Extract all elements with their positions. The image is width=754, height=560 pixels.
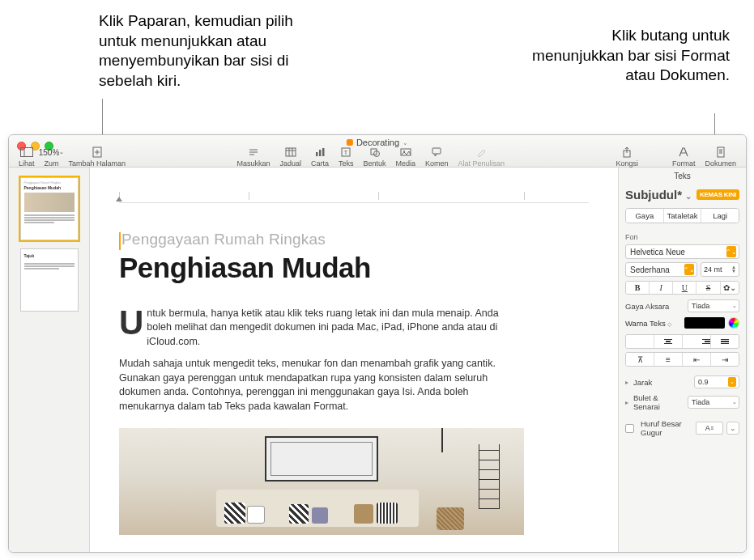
- select-arrow-icon: ⌃⌄: [684, 264, 694, 275]
- indent-button[interactable]: ⇥: [711, 353, 739, 366]
- subtab-layout[interactable]: Tataletak: [664, 209, 702, 223]
- indent-buttons: ⊼ ≡ ⇤ ⇥: [625, 352, 739, 367]
- select-arrow-icon: ⌄: [728, 377, 736, 387]
- color-picker-button[interactable]: [728, 317, 739, 329]
- dropcap-style-select[interactable]: A≡: [696, 422, 723, 435]
- inspector-tab-text[interactable]: Teks: [619, 168, 746, 185]
- spacing-select[interactable]: 0.9 ⌄: [694, 375, 739, 388]
- font-weight-select[interactable]: Sederhana⌃⌄: [625, 262, 697, 277]
- document-subtitle[interactable]: Penggayaan Rumah Ringkas: [119, 231, 589, 250]
- select-arrow-icon: ⌃⌄: [726, 246, 736, 257]
- text-color-well[interactable]: [684, 317, 725, 329]
- zoom-value: 150% ⌄: [45, 146, 58, 158]
- add-page-icon: [91, 146, 104, 158]
- text-style-buttons: B I U S ✿⌄: [625, 281, 739, 295]
- disclosure-triangle-icon[interactable]: ▸: [625, 399, 628, 406]
- insert-button[interactable]: Masukkan: [232, 146, 275, 168]
- chart-button[interactable]: Carta: [306, 146, 334, 168]
- format-button[interactable]: Format: [667, 146, 701, 168]
- char-style-select[interactable]: Tiada⌄: [688, 299, 739, 312]
- comment-button[interactable]: Komen: [420, 146, 454, 168]
- dropcap-letter: U: [119, 307, 147, 337]
- align-middle-button[interactable]: ≡: [654, 353, 683, 366]
- share-button[interactable]: Kongsi: [611, 146, 643, 168]
- callout-right: Klik butang untuk menunjukkan bar sisi F…: [519, 26, 730, 86]
- font-size-stepper[interactable]: 24 mt ▲▼: [701, 262, 739, 277]
- hero-image[interactable]: [119, 428, 524, 535]
- chart-label: Carta: [311, 159, 329, 168]
- align-left-button[interactable]: [626, 335, 654, 348]
- table-button[interactable]: Jadual: [275, 146, 306, 168]
- disclosure-triangle-icon[interactable]: ▸: [625, 379, 628, 386]
- outdent-button[interactable]: ⇤: [683, 353, 711, 366]
- gear-icon: ✿⌄: [723, 283, 736, 292]
- dropcap-checkbox[interactable]: [625, 424, 634, 433]
- align-middle-icon: ≡: [666, 355, 671, 364]
- view-button[interactable]: Lihat: [14, 146, 40, 168]
- media-label: Media: [396, 159, 416, 168]
- align-justify-button[interactable]: [711, 335, 739, 348]
- dropcap-label: Huruf Besar Gugur: [641, 419, 692, 437]
- document-title-heading[interactable]: Penghiasan Mudah: [119, 252, 589, 284]
- underline-button[interactable]: U: [673, 282, 696, 294]
- format-label: Format: [672, 159, 696, 168]
- share-label: Kongsi: [616, 159, 638, 168]
- comment-icon: [430, 146, 443, 158]
- text-icon: T: [339, 146, 352, 158]
- table-label: Jadual: [279, 159, 301, 168]
- svg-rect-0: [20, 148, 32, 157]
- horizontal-align-buttons: [625, 334, 739, 349]
- page-thumbnail-2[interactable]: Tajuk: [20, 248, 79, 312]
- strikethrough-button[interactable]: S: [696, 282, 720, 294]
- authoring-label: Alat Penulisan: [458, 159, 505, 168]
- insert-label: Masukkan: [236, 159, 270, 168]
- format-inspector: Teks Subjudul* ⌄ KEMAS KINI Gaya Tatalet…: [618, 168, 746, 552]
- chevron-down-icon: ⌄: [403, 139, 408, 146]
- subtab-style[interactable]: Gaya: [626, 209, 664, 223]
- body-paragraph-2[interactable]: Mudah sahaja untuk mengedit teks, menuka…: [119, 357, 524, 414]
- svg-rect-25: [718, 147, 724, 157]
- body-paragraph-1[interactable]: Untuk bermula, hanya ketik atau klik tek…: [119, 307, 524, 350]
- dropcap-options-button[interactable]: ⌄: [726, 422, 739, 435]
- italic-button[interactable]: I: [650, 282, 673, 294]
- document-icon: [347, 139, 353, 146]
- document-canvas[interactable]: Penggayaan Rumah Ringkas Penghiasan Muda…: [90, 168, 618, 552]
- outdent-icon: ⇤: [693, 355, 700, 364]
- page-thumbnail-1[interactable]: Penggayaan Rumah Ringkas Penghiasan Muda…: [20, 177, 79, 240]
- chart-icon: [313, 146, 326, 158]
- callout-line-right-v: [714, 113, 715, 136]
- chevron-down-icon: ⌄: [732, 303, 737, 309]
- align-center-button[interactable]: [654, 335, 683, 348]
- svg-rect-8: [286, 148, 296, 156]
- document-label: Dokumen: [705, 159, 736, 168]
- bold-button[interactable]: B: [626, 282, 650, 294]
- format-icon: [677, 146, 690, 158]
- share-icon: [620, 146, 633, 158]
- bullets-select[interactable]: Tiada⌄: [688, 396, 739, 409]
- document-button[interactable]: Dokumen: [700, 146, 741, 168]
- titlebar: Decorating ⌄ Lihat 150% ⌄ Zum Tambah Hal…: [9, 135, 746, 168]
- view-label: Lihat: [19, 159, 35, 168]
- text-label: Teks: [339, 159, 354, 168]
- update-style-button[interactable]: KEMAS KINI: [696, 189, 739, 200]
- paragraph-style-name[interactable]: Subjudul* ⌄: [625, 188, 693, 202]
- align-top-button[interactable]: ⊼: [626, 353, 654, 366]
- align-top-icon: ⊼: [637, 355, 643, 364]
- text-cursor: [119, 232, 121, 250]
- advanced-text-button[interactable]: ✿⌄: [721, 282, 739, 294]
- comment-label: Komen: [425, 159, 449, 168]
- zoom-button[interactable]: 150% ⌄ Zum: [40, 146, 64, 168]
- text-button[interactable]: T Teks: [334, 146, 359, 168]
- add-page-button[interactable]: Tambah Halaman: [64, 146, 131, 168]
- authoring-button[interactable]: Alat Penulisan: [454, 146, 510, 168]
- align-right-button[interactable]: [683, 335, 711, 348]
- bullets-label: Bulet & Senarai: [633, 393, 684, 411]
- svg-rect-14: [322, 148, 325, 156]
- indent-icon: ⇥: [722, 355, 728, 364]
- subtab-more[interactable]: Lagi: [701, 209, 739, 223]
- shape-button[interactable]: Bentuk: [358, 146, 390, 168]
- media-button[interactable]: Media: [391, 146, 421, 168]
- authoring-icon: [475, 146, 488, 158]
- svg-text:T: T: [344, 149, 348, 156]
- font-family-select[interactable]: Helvetica Neue⌃⌄: [625, 244, 739, 259]
